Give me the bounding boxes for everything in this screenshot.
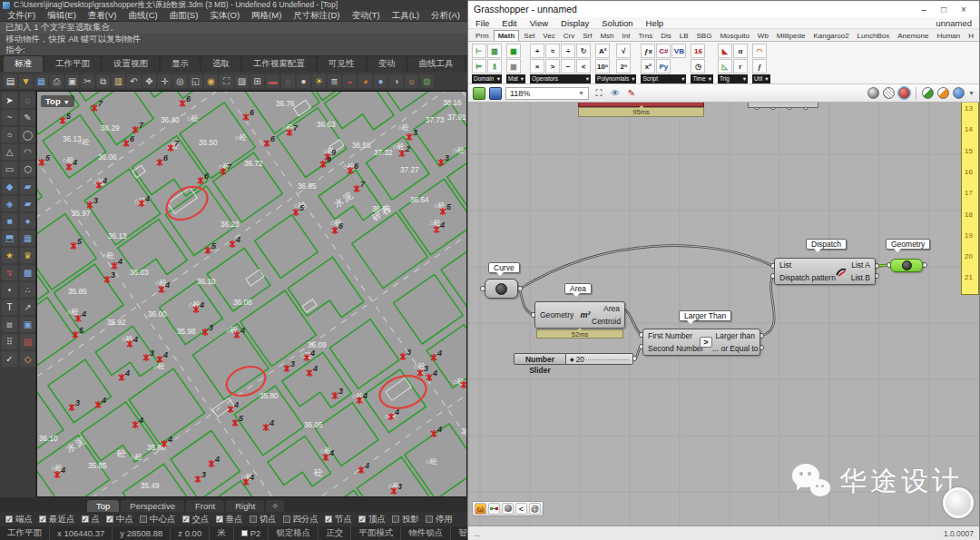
gh-menu-item[interactable]: View <box>530 18 548 28</box>
zoom-extents-icon[interactable]: ⛶ <box>220 74 233 88</box>
cut-icon[interactable]: ✂ <box>81 74 94 88</box>
gh-tab-human[interactable]: Human <box>933 31 964 41</box>
osnap-toggle-端点[interactable]: ✓端点 <box>5 514 33 525</box>
surface-sweep-icon[interactable]: ▰ <box>20 196 35 211</box>
save-file-icon[interactable] <box>489 87 502 100</box>
osnap-toggle-最近点[interactable]: ✓最近点 <box>39 514 75 525</box>
layer-icon[interactable]: ≣ <box>328 74 341 88</box>
gh-canvas[interactable]: 95ms 131415161718192021 Curve Area Geome… <box>468 103 979 525</box>
draw-fancy-wires-toggle[interactable] <box>937 87 949 99</box>
arc-icon[interactable]: ◠ <box>20 144 35 160</box>
multiplication-icon[interactable]: × <box>530 59 544 74</box>
osnap-toggle-点[interactable]: ✓点 <box>82 514 101 525</box>
similarity-icon[interactable]: ≈ <box>545 44 560 58</box>
rhino-menu-item[interactable]: 分析(A) <box>431 10 460 22</box>
surface-revolve-icon[interactable]: ◈ <box>2 196 17 211</box>
status-toggle-锁定格点[interactable]: 锁定格点 <box>269 526 318 540</box>
csharp-script-icon[interactable]: C# <box>656 44 671 58</box>
document-preview-settings[interactable] <box>953 87 965 99</box>
gh-tab-msh[interactable]: Msh <box>596 31 617 41</box>
power-of-2-icon[interactable]: 2ⁿ <box>616 59 631 74</box>
material-sphere-icon[interactable]: ◑ <box>389 74 403 88</box>
viewport-tab-perspective[interactable]: Perspective <box>121 500 184 512</box>
matrix-gray-icon[interactable]: ▦ <box>506 59 521 74</box>
rhino-toolbar-tab[interactable]: 工作平面 <box>44 56 101 72</box>
gray-component-partial[interactable] <box>748 103 818 108</box>
select-icon[interactable]: ➤ <box>2 93 17 108</box>
ribbon-group-label[interactable]: Mat▾ <box>506 74 525 83</box>
expression-icon[interactable]: ƒx <box>641 44 655 58</box>
zoom-extents-icon[interactable]: ⛶ <box>593 87 605 100</box>
cage-edit-icon[interactable]: ▦ <box>20 231 35 246</box>
gh-menu-item[interactable]: Edit <box>502 18 516 28</box>
data-panel[interactable]: 131415161718192021 <box>961 103 979 295</box>
rhino-menu-item[interactable]: 网格(M) <box>251 10 281 22</box>
gh-tab-trns[interactable]: Trns <box>634 31 656 41</box>
osnap-toggle-投影[interactable]: 投影 <box>392 514 419 525</box>
larger-input-second[interactable]: Second Number <box>643 344 700 353</box>
gh-tab-lb[interactable]: LB <box>676 31 692 41</box>
dispatch-output-a[interactable]: List A <box>848 260 875 270</box>
osnap-toggle-顶点[interactable]: ✓顶点 <box>358 514 386 525</box>
paste-icon[interactable]: ▥ <box>112 74 125 88</box>
rhino-menu-item[interactable]: 尺寸标注(D) <box>293 10 339 22</box>
z-coordinate[interactable]: z 0.00 <box>171 526 210 540</box>
viewport-tab-top[interactable]: Top <box>87 500 119 512</box>
gh-tab-mosquito[interactable]: Mosquito <box>716 31 752 41</box>
object-color-icon[interactable]: ◕ <box>358 74 372 88</box>
author-widget-icon[interactable]: @ <box>529 503 541 515</box>
gh-tab-h[interactable]: H <box>965 31 977 41</box>
lamp-icon[interactable]: ☀ <box>312 74 326 88</box>
rhino-toolbar-tab[interactable]: 可见性 <box>318 56 366 72</box>
subtraction-icon[interactable]: − <box>561 59 575 74</box>
square-icon[interactable]: A² <box>595 44 610 58</box>
open-file-icon[interactable]: ▼ <box>19 74 33 88</box>
osnap-toggle-中点[interactable]: ✓中点 <box>106 514 133 525</box>
divide-domain-icon[interactable]: ▥ <box>487 44 502 58</box>
save-icon[interactable]: ▦ <box>34 74 48 88</box>
domain-1d-icon[interactable]: ⊢ <box>472 44 486 58</box>
new-viewport-tab-button[interactable]: ✧ <box>266 500 284 512</box>
osnap-toggle-切点[interactable]: 切点 <box>250 514 277 525</box>
rhino-toolbar-tab[interactable]: 曲线工具 <box>408 56 465 72</box>
function-icon[interactable]: ƒ <box>752 59 767 74</box>
hatch-icon[interactable]: ▨ <box>20 334 35 349</box>
rectangle-icon[interactable]: ▭ <box>2 162 17 177</box>
move-icon[interactable]: ✛ <box>158 74 172 88</box>
status-toggle-智慧轨迹[interactable]: 智慧轨迹 <box>451 526 467 540</box>
patch-icon[interactable]: ▩ <box>20 265 35 280</box>
checkbox-unchecked-icon[interactable] <box>140 515 147 523</box>
checkbox-checked-icon[interactable]: ✓ <box>325 515 332 523</box>
gh-tab-crv[interactable]: Crv <box>560 31 578 41</box>
ribbon-group-label[interactable]: Polynomials▾ <box>595 74 636 83</box>
draw-icons-toggle[interactable] <box>922 87 934 99</box>
selection-brush-icon[interactable]: ◌ <box>20 93 35 108</box>
rhino-menu-item[interactable]: 曲线(C) <box>128 10 157 22</box>
dispatch-input-pattern[interactable]: Dispatch pattern <box>775 273 835 282</box>
print-icon[interactable]: ⎙ <box>50 74 64 88</box>
checkbox-checked-icon[interactable]: ✓ <box>216 515 223 523</box>
rhino-menu-item[interactable]: 曲面(S) <box>170 10 199 22</box>
rhino-menu-item[interactable]: 文件(F) <box>7 10 35 22</box>
sphere-icon[interactable]: ● <box>20 213 35 229</box>
gh-tab-vec[interactable]: Vec <box>539 31 558 41</box>
custom-preview-icon[interactable] <box>898 87 910 99</box>
vb-script-icon[interactable]: VB <box>671 44 686 58</box>
osnap-toggle-节点[interactable]: ✓节点 <box>325 514 352 525</box>
radians-icon[interactable]: r <box>733 59 748 74</box>
lock-object-icon[interactable]: ● <box>297 74 310 88</box>
viewport-title-menu[interactable]: Top▼ <box>41 95 74 107</box>
gh-tab-lunchbox[interactable]: LunchBox <box>854 31 894 41</box>
mass-addition-icon[interactable]: ↻ <box>576 44 591 58</box>
display-mode-icon[interactable]: ◒ <box>343 74 357 88</box>
hide-object-icon[interactable]: ▬ <box>266 74 279 88</box>
domain-2d-icon[interactable]: ⊨ <box>472 59 486 74</box>
cplane-pane[interactable]: 工作平面 <box>0 526 50 540</box>
osnap-toggle-中心点[interactable]: 中心点 <box>140 514 176 525</box>
environment-icon[interactable]: ◍ <box>420 74 434 88</box>
degrees-icon[interactable]: α <box>733 44 748 58</box>
layer-pane[interactable]: P2 <box>234 526 270 540</box>
gh-menu-item[interactable]: Display <box>561 18 589 28</box>
area-component[interactable]: Geometry m² Area Centroid <box>534 301 625 329</box>
status-toggle-平面模式[interactable]: 平面模式 <box>351 526 401 540</box>
